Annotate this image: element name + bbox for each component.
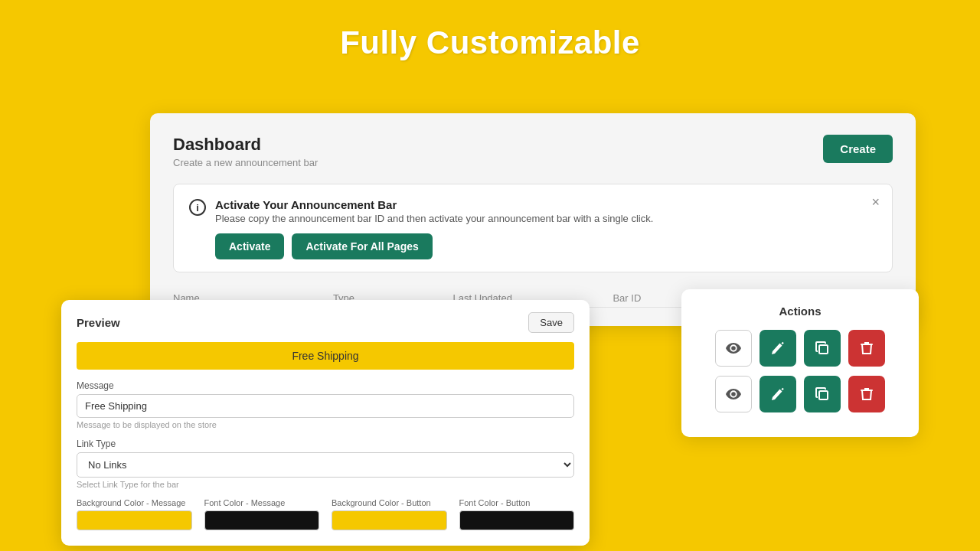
edit-button-1[interactable]	[760, 330, 796, 367]
page-title: Fully Customizable	[0, 0, 980, 61]
copy-button-2[interactable]	[804, 376, 841, 412]
color-font-message: Font Color - Message	[204, 498, 320, 530]
preview-card: Preview Save Free Shipping Message Messa…	[61, 300, 590, 546]
link-type-hint: Select Link Type for the bar	[77, 480, 574, 489]
message-hint: Message to be displayed on the store	[77, 420, 574, 429]
actions-row-2	[700, 376, 900, 412]
view-button-2[interactable]	[715, 376, 752, 412]
color-font-button-label: Font Color - Button	[459, 498, 575, 507]
link-type-section: Link Type No Links External Link Interna…	[77, 439, 574, 489]
color-bg-button: Background Color - Button	[332, 498, 447, 530]
link-type-label: Link Type	[77, 439, 574, 449]
color-bg-button-swatch[interactable]	[332, 510, 447, 530]
color-font-message-label: Font Color - Message	[204, 498, 320, 507]
dashboard-header: Dashboard Create a new announcement bar …	[173, 135, 893, 168]
color-bg-button-label: Background Color - Button	[332, 498, 447, 507]
activate-button[interactable]: Activate	[215, 233, 284, 259]
color-font-button: Font Color - Button	[459, 498, 575, 530]
save-button[interactable]: Save	[528, 312, 574, 333]
activate-all-pages-button[interactable]: Activate For All Pages	[292, 233, 432, 259]
view-button-1[interactable]	[715, 330, 752, 367]
actions-row-1	[700, 330, 900, 367]
link-type-select[interactable]: No Links External Link Internal Link	[77, 452, 574, 478]
color-font-message-swatch[interactable]	[204, 510, 320, 530]
color-bg-message-swatch[interactable]	[77, 510, 192, 530]
svg-rect-0	[819, 345, 828, 354]
delete-button-2[interactable]	[848, 376, 885, 412]
notice-text-group: Activate Your Announcement Bar Please co…	[215, 198, 653, 224]
delete-button-1[interactable]	[848, 330, 885, 367]
preview-bar: Free Shipping	[77, 342, 574, 370]
color-bg-message: Background Color - Message	[77, 498, 192, 530]
notice-title: Activate Your Announcement Bar	[215, 198, 653, 211]
message-label: Message	[77, 380, 574, 391]
dashboard-title-group: Dashboard Create a new announcement bar	[173, 135, 318, 168]
actions-panel: Actions	[681, 289, 919, 437]
svg-rect-1	[819, 391, 828, 399]
color-row: Background Color - Message Font Color - …	[77, 498, 574, 530]
message-input[interactable]	[77, 394, 574, 418]
message-section: Message Message to be displayed on the s…	[77, 380, 574, 429]
preview-header: Preview Save	[77, 312, 574, 333]
preview-title: Preview	[77, 316, 120, 329]
color-bg-message-label: Background Color - Message	[77, 498, 192, 507]
dashboard-subtitle: Create a new announcement bar	[173, 157, 318, 168]
info-icon: i	[189, 199, 206, 216]
dashboard-title: Dashboard	[173, 135, 318, 155]
notice-text: Please copy the announcement bar ID and …	[215, 213, 653, 224]
announcement-notice: i Activate Your Announcement Bar Please …	[173, 184, 893, 272]
create-button[interactable]: Create	[823, 135, 893, 163]
edit-button-2[interactable]	[760, 376, 796, 412]
notice-actions: Activate Activate For All Pages	[215, 233, 877, 259]
notice-header: i Activate Your Announcement Bar Please …	[189, 198, 877, 224]
actions-title: Actions	[700, 305, 900, 318]
color-font-button-swatch[interactable]	[459, 510, 575, 530]
close-button[interactable]: ×	[871, 195, 880, 209]
copy-button-1[interactable]	[804, 330, 841, 367]
